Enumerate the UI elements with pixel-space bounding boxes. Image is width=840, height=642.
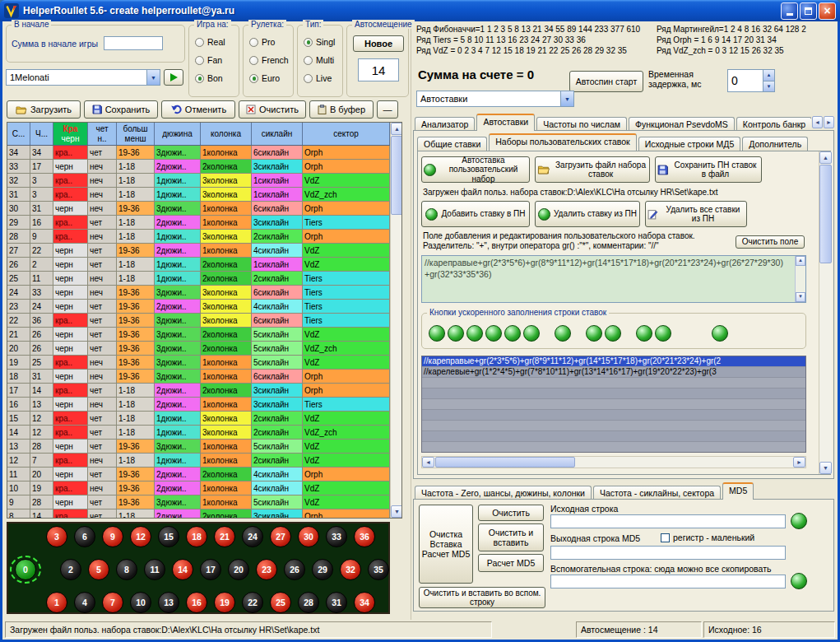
md5-calc-button[interactable]: Расчет MD5 <box>478 554 544 572</box>
md5-source-ball-button[interactable] <box>791 513 807 529</box>
radio-bon[interactable]: Bon <box>195 73 223 83</box>
table-row[interactable]: 3031черннеч19-363дюжи..1колонка6сиклайнO… <box>7 202 390 216</box>
roulette-number-16[interactable]: 16 <box>186 592 207 613</box>
quick-bet-ball-button[interactable] <box>655 325 671 342</box>
tab-Функционал PsevdoMS[interactable]: Функционал PsevdoMS <box>629 117 735 131</box>
list-empty-row[interactable] <box>422 388 805 399</box>
radio-french[interactable]: French <box>249 55 289 65</box>
play-button[interactable] <box>164 69 183 86</box>
quick-bet-ball-button[interactable] <box>429 325 445 342</box>
table-row[interactable]: 928чернчет19-363дюжи..1колонка5сиклайнVd… <box>7 495 390 509</box>
load-button[interactable]: Загрузить <box>7 100 81 119</box>
md5-big-button[interactable]: Очистка Вставка Расчет MD5 <box>419 505 473 584</box>
table-row[interactable]: 814кра..чет1-182дюжи..2колонка3сиклайнOr… <box>7 509 390 519</box>
minus-button[interactable]: — <box>377 100 398 119</box>
roulette-number-9[interactable]: 9 <box>102 526 123 547</box>
roulette-number-24[interactable]: 24 <box>242 526 263 547</box>
radio-multi[interactable]: Multi <box>304 55 334 65</box>
roulette-number-10[interactable]: 10 <box>130 592 151 613</box>
md5-helper-input[interactable] <box>550 575 786 588</box>
table-row[interactable]: 2026чернчет19-363дюжи..2колонка5сиклайнV… <box>7 342 390 356</box>
list-item[interactable]: //карелевые+gr(1*2*4*5)+gr(7*8*10*11)+gr… <box>422 367 805 378</box>
quick-bet-ball-button[interactable] <box>712 325 728 342</box>
undo-button[interactable]: Отменить <box>161 100 235 119</box>
radio-real[interactable]: Real <box>195 37 225 47</box>
quick-bet-ball-button[interactable] <box>448 325 464 342</box>
column-header-Кра[interactable]: Крачерн <box>53 123 88 145</box>
close-button[interactable]: × <box>819 2 836 20</box>
radio-fan[interactable]: Fan <box>195 55 222 65</box>
column-header-С...[interactable]: С... <box>7 123 30 145</box>
edit-field-scrollbar[interactable]: ▲▼ <box>795 256 805 302</box>
quick-bet-ball-button[interactable] <box>466 325 483 342</box>
quick-bet-ball-button[interactable] <box>586 325 602 342</box>
table-row[interactable]: 2722чернчет19-362дюжи..1колонка4сиклайнV… <box>7 244 390 258</box>
list-empty-row[interactable] <box>422 431 805 442</box>
roulette-number-35[interactable]: 35 <box>368 559 389 580</box>
roulette-number-25[interactable]: 25 <box>270 592 291 613</box>
roulette-number-5[interactable]: 5 <box>88 559 109 580</box>
minimize-button[interactable] <box>781 2 798 20</box>
table-row[interactable]: 2433черннеч19-363дюжи..3колонка6сиклайнT… <box>7 286 390 300</box>
md5-output-input[interactable] <box>550 546 786 560</box>
roulette-number-31[interactable]: 31 <box>326 592 347 613</box>
scroll-down-icon[interactable]: ▼ <box>391 505 402 518</box>
chevron-down-icon[interactable]: ▼ <box>560 91 573 106</box>
roulette-number-8[interactable]: 8 <box>116 559 137 580</box>
column-header-чет[interactable]: четн.. <box>88 123 117 145</box>
table-row[interactable]: 1714кра..чет1-182дюжи..2колонка3сиклайнO… <box>7 384 390 398</box>
scroll-thumb[interactable] <box>391 136 402 215</box>
load-set-file-button[interactable]: Загрузить файл набора ставок <box>535 156 650 183</box>
tab-Исходные строки МД5[interactable]: Исходные строки МД5 <box>638 137 741 151</box>
roulette-number-33[interactable]: 33 <box>326 526 347 547</box>
tab-Автоставки[interactable]: Автоставки <box>476 114 535 131</box>
column-header-сиклайн[interactable]: сиклайн <box>252 123 303 145</box>
tab-scroll-left-icon[interactable]: ◄ <box>812 116 823 128</box>
roulette-number-1[interactable]: 1 <box>46 592 67 613</box>
table-row[interactable]: 2511черннеч1-181дюжи..2колонка2сиклайнTi… <box>7 272 390 286</box>
roulette-number-29[interactable]: 29 <box>312 559 333 580</box>
roulette-number-21[interactable]: 21 <box>214 526 235 547</box>
md5-helper-ball-button[interactable] <box>791 573 807 589</box>
list-empty-row[interactable] <box>422 442 805 453</box>
checkbox-icon[interactable] <box>661 533 670 542</box>
roulette-number-20[interactable]: 20 <box>228 559 249 580</box>
roulette-number-23[interactable]: 23 <box>256 559 277 580</box>
table-row[interactable]: 3434кра..чет19-363дюжи..1колонка6сиклайн… <box>7 146 390 160</box>
tab-Частота - сиклайны, сектора[interactable]: Частота - сиклайны, сектора <box>593 486 721 500</box>
table-row[interactable]: 1120чернчет19-362дюжи..2колонка4сиклайнO… <box>7 468 390 482</box>
new-button[interactable]: Новое <box>353 35 404 52</box>
table-row[interactable]: 1613черннеч1-182дюжи..1колонка3сиклайнTi… <box>7 398 390 412</box>
quick-bet-ball-button[interactable] <box>605 325 621 342</box>
table-row[interactable]: 1019кра..неч19-362дюжи..1колонка4сиклайн… <box>7 482 390 495</box>
roulette-number-0[interactable]: 0 <box>15 559 36 580</box>
to-buffer-button[interactable]: В буфер <box>309 100 374 119</box>
remove-bet-button[interactable]: Удалить ставку из ПН <box>535 201 640 227</box>
roulette-number-36[interactable]: 36 <box>354 526 375 547</box>
save-set-file-button[interactable]: Сохранить ПН ставок в файл <box>655 156 762 183</box>
panel-scrollbar[interactable]: ▲ ▼ <box>819 151 832 474</box>
quick-bet-ball-button[interactable] <box>485 325 502 342</box>
roulette-number-7[interactable]: 7 <box>102 592 123 613</box>
tab-Частота - Zero, шансы, дюжины, колонки[interactable]: Частота - Zero, шансы, дюжины, колонки <box>415 486 592 500</box>
listbox-hscrollbar[interactable]: ◄ ► <box>421 456 806 468</box>
quick-bet-ball-button[interactable] <box>555 325 571 342</box>
table-row[interactable]: 1925кра..неч19-363дюжи..1колонка5сиклайн… <box>7 356 390 370</box>
roulette-number-4[interactable]: 4 <box>74 592 95 613</box>
roulette-number-27[interactable]: 27 <box>270 526 291 547</box>
autobets-combo[interactable]: Автоставки ▼ <box>416 91 574 107</box>
roulette-number-32[interactable]: 32 <box>340 559 361 580</box>
roulette-number-6[interactable]: 6 <box>74 526 95 547</box>
list-empty-row[interactable] <box>422 378 805 388</box>
list-empty-row[interactable] <box>422 399 805 410</box>
scroll-right-icon[interactable]: ► <box>793 457 805 468</box>
table-row[interactable]: 2916кра..чет1-182дюжи..1колонка3сиклайнT… <box>7 216 390 230</box>
roulette-number-14[interactable]: 14 <box>172 559 193 580</box>
md5-source-input[interactable] <box>550 514 786 528</box>
autobet-custom-set-button[interactable]: Автоставка пользовательский набор <box>421 156 530 183</box>
radio-pro[interactable]: Pro <box>249 37 275 47</box>
delay-spinner[interactable]: 0 ▲▼ <box>727 69 775 92</box>
scroll-up-icon[interactable]: ▲ <box>819 151 832 164</box>
tab-Общие ставки[interactable]: Общие ставки <box>417 137 487 151</box>
tab-scroll-arrows[interactable]: ◄► <box>812 116 834 128</box>
